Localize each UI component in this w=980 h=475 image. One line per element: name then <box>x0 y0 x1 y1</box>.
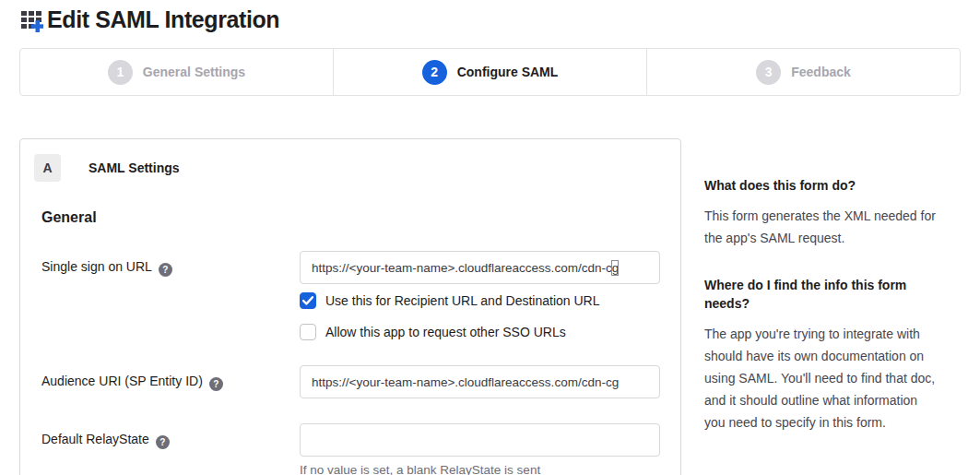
audience-uri-row: Audience URI (SP Entity ID)? https://<yo… <box>20 365 680 398</box>
step-label: General Settings <box>143 65 245 79</box>
checkmark-icon <box>302 296 313 305</box>
sidebar-answer-1: This form generates the XML needed for t… <box>704 205 941 249</box>
text-cursor <box>611 260 619 276</box>
relay-state-row: Default RelayState? If no value is set, … <box>20 423 680 475</box>
step-number-badge: 3 <box>756 60 781 85</box>
sso-url-label: Single sign on URL <box>41 259 152 274</box>
relay-state-label: Default RelayState <box>41 432 149 446</box>
page-header: Edit SAML Integration <box>19 0 961 33</box>
sidebar-question-1: What does this form do? <box>704 176 941 195</box>
page-title: Edit SAML Integration <box>47 6 279 33</box>
audience-uri-help-icon[interactable]: ? <box>209 377 223 391</box>
section-title: SAML Settings <box>89 160 180 175</box>
recipient-url-checkbox[interactable] <box>300 292 316 309</box>
help-sidebar: What does this form do? This form genera… <box>704 138 941 475</box>
audience-uri-input[interactable]: https://<your-team-name>.cloudflareacces… <box>300 365 660 398</box>
general-group-heading: General <box>41 209 659 226</box>
recipient-url-checkbox-label[interactable]: Use this for Recipient URL and Destinati… <box>325 293 600 308</box>
step-number-badge: 2 <box>422 60 447 85</box>
step-general-settings[interactable]: 1 General Settings <box>20 49 333 95</box>
recipient-url-checkbox-row: Use this for Recipient URL and Destinati… <box>300 292 660 309</box>
step-configure-saml[interactable]: 2 Configure SAML <box>333 49 646 95</box>
other-sso-checkbox-row: Allow this app to request other SSO URLs <box>300 324 660 340</box>
sso-url-help-icon[interactable]: ? <box>159 263 172 277</box>
app-grid-add-icon <box>19 7 44 32</box>
sso-url-input[interactable]: https://<your-team-name>.cloudflareacces… <box>300 251 660 284</box>
audience-uri-label: Audience URI (SP Entity ID) <box>41 374 203 388</box>
sidebar-question-2: Where do I find the info this form needs… <box>704 276 941 313</box>
step-feedback[interactable]: 3 Feedback <box>646 49 960 95</box>
other-sso-checkbox-label[interactable]: Allow this app to request other SSO URLs <box>325 325 566 339</box>
relay-state-input[interactable] <box>300 423 660 457</box>
step-number-badge: 1 <box>108 60 133 85</box>
saml-settings-panel: A SAML Settings General Single sign on U… <box>19 138 681 475</box>
sso-url-row: Single sign on URL? https://<your-team-n… <box>20 251 680 340</box>
step-wizard: 1 General Settings 2 Configure SAML 3 Fe… <box>19 48 961 96</box>
step-label: Feedback <box>791 65 851 79</box>
relay-state-helper-text: If no value is set, a blank RelayState i… <box>300 463 660 475</box>
panel-header: A SAML Settings <box>20 154 680 182</box>
other-sso-checkbox[interactable] <box>300 324 316 340</box>
section-a-badge: A <box>34 154 61 182</box>
step-label: Configure SAML <box>457 65 559 79</box>
edit-saml-integration-page: Edit SAML Integration 1 General Settings… <box>0 0 980 475</box>
main-content: A SAML Settings General Single sign on U… <box>19 138 961 475</box>
sidebar-answer-2: The app you're trying to integrate with … <box>704 323 941 433</box>
relay-state-help-icon[interactable]: ? <box>156 435 170 449</box>
